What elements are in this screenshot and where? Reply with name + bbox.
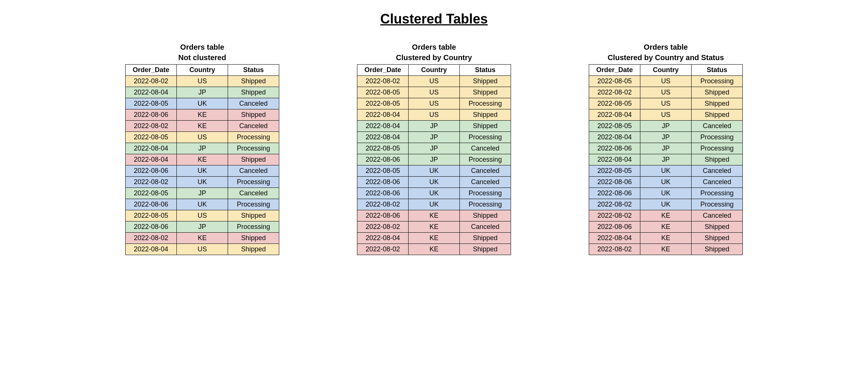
col-country: Country [177, 65, 228, 76]
cell-country: UK [640, 165, 692, 177]
cell-order-date: 2022-08-05 [589, 98, 640, 109]
table-row: 2022-08-06JPProcessing [357, 154, 511, 165]
table-row: 2022-08-05USProcessing [589, 76, 743, 87]
cell-country: JP [177, 87, 228, 98]
table-row: 2022-08-05JPCanceled [357, 143, 511, 154]
orders-table: Order_Date Country Status 2022-08-02USSh… [125, 64, 279, 255]
cell-status: Shipped [228, 233, 279, 244]
table-row: 2022-08-02UKProcessing [589, 199, 743, 210]
cell-country: KE [409, 210, 460, 221]
cell-order-date: 2022-08-05 [357, 143, 409, 154]
cell-status: Canceled [692, 177, 743, 188]
page-title: Clustered Tables [11, 11, 857, 27]
table-block-clustered-country-status: Orders table Clustered by Country and St… [589, 42, 743, 255]
cell-status: Shipped [692, 244, 743, 255]
cell-status: Shipped [460, 76, 511, 87]
orders-table: Order_Date Country Status 2022-08-05USPr… [589, 64, 743, 255]
table-row: 2022-08-05USShipped [589, 98, 743, 109]
cell-status: Shipped [692, 233, 743, 244]
table-row: 2022-08-05USShipped [357, 87, 511, 98]
table-row: 2022-08-05USProcessing [126, 132, 279, 143]
cell-order-date: 2022-08-02 [126, 177, 177, 188]
cell-status: Shipped [692, 154, 743, 165]
cell-status: Processing [692, 76, 743, 87]
table-row: 2022-08-05UKCanceled [357, 165, 511, 177]
cell-country: UK [409, 165, 460, 177]
cell-order-date: 2022-08-02 [357, 221, 409, 233]
cell-status: Processing [692, 143, 743, 154]
cell-country: JP [177, 143, 228, 154]
cell-order-date: 2022-08-04 [126, 244, 177, 255]
cell-status: Processing [460, 132, 511, 143]
cell-status: Processing [460, 98, 511, 109]
cell-status: Shipped [460, 109, 511, 121]
cell-order-date: 2022-08-04 [589, 154, 640, 165]
table-row: 2022-08-04USShipped [126, 244, 279, 255]
cell-country: UK [409, 199, 460, 210]
cell-status: Canceled [460, 165, 511, 177]
table-row: 2022-08-02KEShipped [589, 244, 743, 255]
cell-order-date: 2022-08-02 [589, 87, 640, 98]
col-order-date: Order_Date [589, 65, 640, 76]
cell-country: UK [409, 177, 460, 188]
table-row: 2022-08-05JPCanceled [126, 188, 279, 199]
cell-order-date: 2022-08-04 [126, 154, 177, 165]
table-row: 2022-08-06UKCanceled [589, 177, 743, 188]
cell-status: Canceled [228, 121, 279, 132]
table-row: 2022-08-06KEShipped [589, 221, 743, 233]
cell-country: KE [409, 233, 460, 244]
table-row: 2022-08-05USShipped [126, 210, 279, 221]
cell-order-date: 2022-08-06 [126, 165, 177, 177]
col-country: Country [640, 65, 692, 76]
cell-country: US [177, 244, 228, 255]
cell-country: US [640, 87, 692, 98]
cell-status: Canceled [228, 98, 279, 109]
cell-status: Processing [228, 143, 279, 154]
cell-country: UK [640, 199, 692, 210]
cell-order-date: 2022-08-05 [589, 76, 640, 87]
cell-order-date: 2022-08-04 [126, 143, 177, 154]
table-row: 2022-08-04USShipped [357, 109, 511, 121]
cell-status: Shipped [228, 154, 279, 165]
col-country: Country [409, 65, 460, 76]
cell-order-date: 2022-08-06 [357, 177, 409, 188]
cell-status: Canceled [692, 165, 743, 177]
cell-order-date: 2022-08-02 [589, 244, 640, 255]
cell-status: Processing [692, 188, 743, 199]
tables-container: Orders table Not clustered Order_Date Co… [98, 42, 770, 255]
table-row: 2022-08-04JPProcessing [126, 143, 279, 154]
cell-status: Processing [692, 132, 743, 143]
cell-country: US [640, 76, 692, 87]
cell-order-date: 2022-08-02 [126, 76, 177, 87]
cell-country: UK [177, 165, 228, 177]
cell-country: KE [409, 221, 460, 233]
table-row: 2022-08-02KEShipped [357, 244, 511, 255]
table-row: 2022-08-06JPProcessing [126, 221, 279, 233]
cell-status: Canceled [460, 177, 511, 188]
orders-table: Order_Date Country Status 2022-08-02USSh… [357, 64, 511, 255]
col-status: Status [692, 65, 743, 76]
cell-order-date: 2022-08-02 [589, 210, 640, 221]
cell-status: Shipped [228, 109, 279, 121]
cell-country: US [409, 87, 460, 98]
cell-country: UK [177, 199, 228, 210]
table-row: 2022-08-02USShipped [357, 76, 511, 87]
cell-status: Shipped [692, 109, 743, 121]
table-row: 2022-08-02UKProcessing [357, 199, 511, 210]
table-row: 2022-08-04JPShipped [126, 87, 279, 98]
cell-status: Processing [692, 199, 743, 210]
cell-country: UK [640, 188, 692, 199]
cell-status: Processing [460, 154, 511, 165]
cell-country: US [409, 76, 460, 87]
table-row: 2022-08-06UKCanceled [357, 177, 511, 188]
cell-order-date: 2022-08-06 [126, 109, 177, 121]
col-order-date: Order_Date [126, 65, 177, 76]
table-caption: Orders table [644, 42, 688, 52]
cell-country: US [640, 98, 692, 109]
cell-order-date: 2022-08-04 [589, 233, 640, 244]
table-row: 2022-08-02KECanceled [589, 210, 743, 221]
cell-order-date: 2022-08-02 [126, 121, 177, 132]
table-row: 2022-08-06KEShipped [357, 210, 511, 221]
table-row: 2022-08-02KECanceled [126, 121, 279, 132]
cell-status: Shipped [460, 121, 511, 132]
